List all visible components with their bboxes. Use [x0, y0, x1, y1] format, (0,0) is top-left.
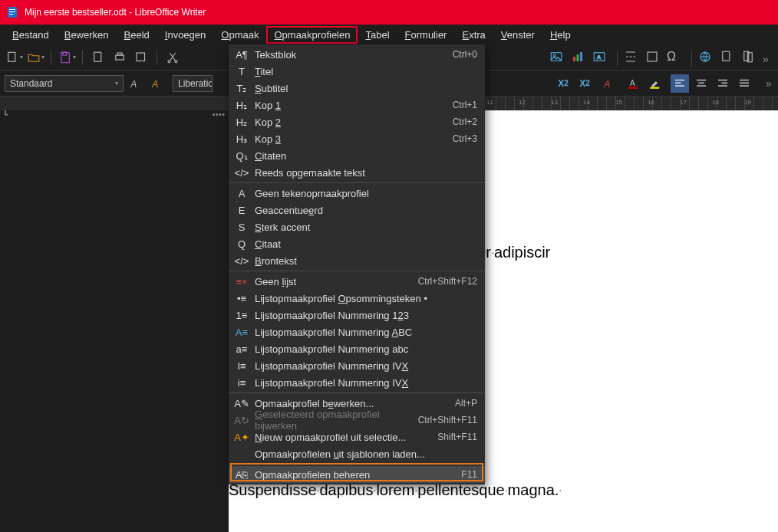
menubar: BestandBewerkenBeeldInvoegenOpmaakOpmaak…: [0, 25, 778, 44]
menu-item[interactable]: Q₁Citaten: [229, 147, 485, 164]
align-justify-button[interactable]: [735, 74, 753, 93]
hyperlink-button[interactable]: [698, 50, 717, 68]
svg-text:A: A: [130, 78, 137, 89]
menu-item-icon: H₁: [233, 100, 250, 111]
menu-item[interactable]: T₂Subtitel: [229, 80, 485, 97]
menu-item[interactable]: 1≡Lijstopmaakprofiel Nummering 123: [229, 307, 485, 323]
menu-item-icon: I≡: [233, 360, 250, 372]
svg-rect-5: [63, 52, 67, 55]
menu-item[interactable]: ≡×Geen lijstCtrl+Shift+F12: [229, 273, 485, 290]
menu-item-label: Lijstopmaakprofiel Nummering 123: [250, 310, 477, 321]
menu-item[interactable]: A⎘Opmaakprofielen beherenF11: [229, 466, 485, 483]
export-pdf-button[interactable]: [89, 48, 107, 67]
print-preview-button[interactable]: [132, 48, 150, 67]
menu-item-label: Lijstopmaakprofiel Nummering IVX: [250, 360, 477, 372]
menu-item-label: Tekstblok: [250, 49, 453, 61]
page-break-button[interactable]: [624, 50, 642, 68]
menu-formulier[interactable]: Formulier: [397, 26, 455, 44]
align-right-button[interactable]: [714, 74, 732, 93]
save-button[interactable]: [58, 48, 76, 67]
insert-field-button[interactable]: [645, 50, 664, 68]
insert-image-button[interactable]: [549, 50, 568, 68]
highlight-color-button[interactable]: [646, 74, 664, 93]
subscript-button[interactable]: X2: [575, 74, 594, 93]
menu-item-shortcut: Ctrl+1: [453, 100, 477, 110]
font-name-select[interactable]: Liberatio: [173, 75, 213, 92]
open-button[interactable]: [26, 48, 45, 67]
footnote-button[interactable]: [720, 50, 738, 68]
menu-item[interactable]: TTitel: [229, 63, 485, 80]
menu-item[interactable]: A✦Nieuw opmaakprofiel uit selectie...Shi…: [229, 429, 485, 445]
menu-item-label: Geselecteerd opmaakprofiel bijwerken: [250, 409, 418, 432]
menu-beeld[interactable]: Beeld: [117, 26, 157, 44]
menu-item[interactable]: a≡Lijstopmaakprofiel Nummering abc: [229, 340, 485, 357]
menu-invoegen[interactable]: Invoegen: [157, 26, 214, 44]
menu-item[interactable]: I≡Lijstopmaakprofiel Nummering IVX: [229, 357, 485, 374]
menu-item[interactable]: </>Brontekst: [229, 252, 485, 269]
titlebar: Mijn eerste bestseller.odt - LibreOffice…: [0, 0, 778, 25]
print-button[interactable]: [110, 48, 129, 67]
font-color-button[interactable]: A: [625, 74, 643, 93]
cut-button[interactable]: [163, 48, 182, 67]
window-title: Mijn eerste bestseller.odt - LibreOffice…: [25, 7, 206, 18]
menu-item[interactable]: •≡Lijstopmaakprofiel Opsommingsteken •: [229, 290, 485, 307]
bookmark-button[interactable]: [741, 50, 760, 68]
svg-rect-1: [9, 9, 15, 10]
menu-item-shortcut: Ctrl+0: [453, 49, 477, 60]
menu-venster[interactable]: Venster: [493, 26, 542, 44]
menu-help[interactable]: Help: [542, 26, 579, 44]
menu-item-icon: •≡: [233, 293, 250, 304]
menu-item-shortcut: F11: [461, 469, 477, 480]
menu-extra[interactable]: Extra: [454, 26, 493, 44]
menu-opmaak[interactable]: Opmaak: [213, 26, 266, 44]
svg-rect-32: [573, 57, 575, 61]
clear-formatting-button[interactable]: A: [600, 74, 618, 93]
menu-item-label: Geen tekenopmaakprofiel: [250, 188, 477, 199]
menu-item-label: Lijstopmaakprofiel Nummering ABC: [250, 327, 477, 338]
menu-item[interactable]: H₁Kop 1Ctrl+1: [229, 97, 485, 113]
styles-dropdown-menu: A¶TekstblokCtrl+0TTitelT₂SubtitelH₁Kop 1…: [229, 44, 485, 484]
new-style-button[interactable]: A: [148, 74, 166, 93]
menu-item-label: Kop 2: [250, 117, 453, 128]
align-center-button[interactable]: [692, 74, 710, 93]
new-button[interactable]: [5, 48, 23, 67]
toolbar-overflow-2[interactable]: »: [763, 53, 773, 65]
menu-item-label: Opmaakprofielen uit sjablonen laden...: [250, 448, 477, 460]
menu-item[interactable]: H₂Kop 2Ctrl+2: [229, 113, 485, 130]
svg-rect-34: [580, 52, 582, 61]
svg-text:A: A: [630, 78, 635, 87]
svg-text:A: A: [597, 54, 601, 61]
toolbar-overflow-button[interactable]: »: [760, 74, 778, 93]
insert-textbox-button[interactable]: A: [592, 50, 611, 68]
update-style-button[interactable]: A: [127, 74, 145, 93]
svg-rect-17: [650, 87, 659, 88]
menu-bewerken[interactable]: Bewerken: [57, 26, 117, 44]
menu-item-label: Subtitel: [250, 83, 477, 94]
superscript-button[interactable]: X2: [554, 74, 572, 93]
insert-chart-button[interactable]: [571, 50, 589, 68]
special-char-button[interactable]: Ω: [667, 50, 685, 68]
menu-item[interactable]: QCitaat: [229, 235, 485, 252]
menu-item-label: Citaat: [250, 238, 477, 250]
align-left-button[interactable]: [671, 74, 689, 93]
menu-item-shortcut: Alt+P: [455, 398, 477, 409]
menu-item-icon: T: [233, 66, 250, 77]
menu-item[interactable]: </>Reeds opgemaakte tekst: [229, 164, 485, 181]
paragraph-style-select[interactable]: Standaard: [5, 75, 124, 92]
menu-item[interactable]: Opmaakprofielen uit sjablonen laden...: [229, 445, 485, 462]
menu-item[interactable]: A≡Lijstopmaakprofiel Nummering ABC: [229, 323, 485, 340]
menu-item-label: Sterk accent: [250, 222, 477, 233]
menu-item[interactable]: i≡Lijstopmaakprofiel Nummering IVX: [229, 374, 485, 391]
menu-item[interactable]: AGeen tekenopmaakprofiel: [229, 185, 485, 202]
menu-tabel[interactable]: Tabel: [358, 26, 397, 44]
menu-opmaakprofielen[interactable]: Opmaakprofielen: [266, 26, 358, 44]
menu-item[interactable]: EGeaccentueerd: [229, 202, 485, 218]
svg-rect-8: [117, 53, 122, 55]
menu-bestand[interactable]: Bestand: [5, 26, 57, 44]
menu-item-label: Lijstopmaakprofiel Nummering IVX: [250, 377, 477, 389]
svg-rect-9: [137, 53, 145, 61]
menu-item[interactable]: A¶TekstblokCtrl+0: [229, 46, 485, 63]
menu-item[interactable]: H₃Kop 3Ctrl+3: [229, 130, 485, 147]
menu-item-icon: H₂: [233, 117, 250, 128]
menu-item[interactable]: SSterk accent: [229, 218, 485, 235]
